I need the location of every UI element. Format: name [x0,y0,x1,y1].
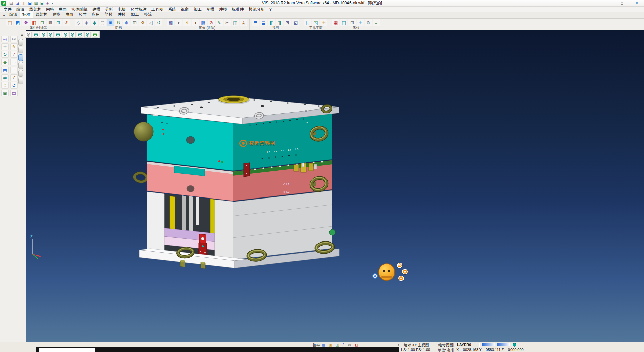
element-filter-icon[interactable]: ⊟ [39,19,46,26]
previous-view-icon[interactable]: ◁ [147,19,154,26]
sheet-face-icon[interactable]: ▱ [10,59,18,65]
absolute-view-label[interactable]: 绝对视图 [438,343,453,348]
clip-icon[interactable]: ✂ [224,19,231,26]
workbench-tab[interactable]: 线架构 [33,11,50,18]
dynamic-rotate-icon[interactable]: ↻ [115,19,122,26]
active-layer-label[interactable]: LAYER0 [457,343,471,347]
menu-item[interactable]: 冲模 [217,7,229,12]
capture-icon[interactable]: ◫ [232,19,239,26]
edit-2d-icon[interactable]: 2 [342,343,344,347]
extrude-icon[interactable]: ⬒ [1,67,9,73]
workbench-tab[interactable]: 建模 [50,11,63,18]
view-iso-cube-icon[interactable] [84,32,91,38]
profiles-icon[interactable]: ◫ [336,343,339,347]
grid-icon[interactable]: ⊞ [348,19,356,26]
menu-item[interactable]: 系统 [166,7,178,12]
history-slot-4-icon[interactable] [18,62,23,69]
workbench-tab[interactable]: 曲面 [63,11,76,18]
close-button[interactable]: ✕ [629,0,644,6]
workbench-tab[interactable]: 尺寸 [76,11,89,18]
workbench-tab[interactable]: 编辑 [7,11,20,18]
shadow-icon[interactable]: ◐ [175,19,182,26]
menu-item[interactable]: 加工 [191,7,204,12]
hidden-line-icon[interactable]: ◈ [83,19,90,26]
light-icon[interactable]: ☀ [183,19,191,26]
layer-filter-icon[interactable]: ❖ [22,19,30,26]
view-left-cube-icon[interactable] [62,32,68,38]
solid-box-icon[interactable]: ◆ [1,59,9,65]
zoom-fit-icon[interactable]: ⊕ [123,19,130,26]
section-icon[interactable]: ⊘ [208,19,215,26]
view-wire-cube-icon[interactable] [25,32,32,38]
view-front-icon[interactable]: ⬔ [284,19,291,26]
help-icon[interactable]: ◈ [46,1,49,5]
snap-point-icon[interactable]: ✛ [1,43,9,50]
snap-mode-label[interactable]: 拴牢 [313,343,320,348]
trim-scissors-icon[interactable]: ✂ [10,36,18,42]
menu-item[interactable]: ? [267,7,274,12]
display-settings-icon[interactable]: ◫ [340,19,347,26]
workbench-tab[interactable]: 模流 [142,11,155,18]
open-folder-icon[interactable]: ◫ [22,1,25,5]
wireframe-icon[interactable]: ◇ [75,19,82,26]
view-right-cube-icon[interactable] [55,32,61,38]
color-ramp-swatch[interactable] [497,343,510,346]
workbench-tab[interactable]: 加工 [128,11,142,18]
refresh-view-icon[interactable]: ↺ [155,19,162,26]
angle-measure-icon[interactable]: ∠ [10,74,18,81]
view-bottom-cube-icon[interactable] [77,32,83,38]
view-iso-icon[interactable]: ⬕ [292,19,299,26]
grid-toggle-icon[interactable]: ▦ [322,343,325,347]
3d-viewport[interactable]: L5L3L3L4L4L5L1L2 Z 智造资料网 A WoW [26,30,644,342]
render-icon[interactable]: ▩ [167,19,174,26]
pan-icon[interactable]: ✥ [139,19,146,26]
system-colors-icon[interactable]: ▦ [332,19,339,26]
view-top-cube-icon[interactable] [40,32,46,38]
workplane-xy-icon[interactable]: ◺ [304,19,311,26]
color-filter-icon[interactable]: ◧ [31,19,38,26]
magnifier-icon[interactable]: ⌕ [398,343,400,347]
knife-split-icon[interactable]: ∕ [10,51,18,58]
history-slot-3-icon[interactable] [18,54,23,61]
history-slot-1-icon[interactable] [18,39,23,46]
move-icon[interactable]: ⇄ [1,74,9,81]
workplane-origin-icon[interactable]: ✛ [320,19,327,26]
quick-access-caret-icon[interactable]: ▾ [52,2,53,5]
print-icon[interactable]: ▦ [34,1,38,5]
view-axonometric-icon[interactable] [33,32,39,38]
active-color-dot[interactable] [513,343,516,347]
undo-icon[interactable]: ↺ [10,82,18,89]
menu-item[interactable]: 标准件 [229,7,246,12]
solid-mode-icon[interactable]: ◧ [355,343,358,347]
minimize-button[interactable]: — [600,0,614,6]
workbench-tab[interactable]: 应用 [89,11,102,18]
pattern-icon[interactable]: ∷ [1,82,9,89]
sketch-pencil-icon[interactable]: ✎ [10,43,18,50]
view-bottom-icon[interactable]: ⬓ [260,19,267,26]
view-shaded-cube-icon[interactable] [92,32,98,38]
shaded-edges-icon[interactable]: ▣ [107,19,114,26]
reset-filter-icon[interactable]: ↺ [63,19,70,26]
rotate-view-icon[interactable]: ↻ [1,51,9,58]
view-left-icon[interactable]: ◧ [268,19,275,26]
workbench-tab[interactable]: 冲模 [115,11,128,18]
import-icon[interactable]: ◪ [15,1,19,5]
save-icon[interactable]: ▣ [28,1,32,5]
history-slot-6-icon[interactable] [18,78,23,84]
workbench-tab[interactable]: 塑模 [102,11,115,18]
view-back-cube-icon[interactable] [69,32,76,38]
zoom-window-icon[interactable]: ⊞ [131,19,138,26]
menu-item[interactable]: 模流分析 [246,7,267,12]
history-slot-5-icon[interactable] [18,70,23,77]
color-ramp-swatch[interactable] [482,343,495,346]
taskbar-search-box[interactable] [39,348,95,352]
filter-icon[interactable]: ◩ [14,19,21,26]
mask-icon[interactable]: ⊠ [47,19,54,26]
view-mode-label[interactable]: 绝对 XY 上视图 [404,343,429,348]
select-all-icon[interactable]: ⊞ [55,19,62,26]
select-icon[interactable]: ◎ [1,36,9,42]
measure-icon[interactable]: ✎ [216,19,223,26]
plot-icon[interactable]: ▤ [10,90,18,96]
view-top-icon[interactable]: ⬒ [252,19,259,26]
snap-settings-icon[interactable]: ✛ [357,19,364,26]
